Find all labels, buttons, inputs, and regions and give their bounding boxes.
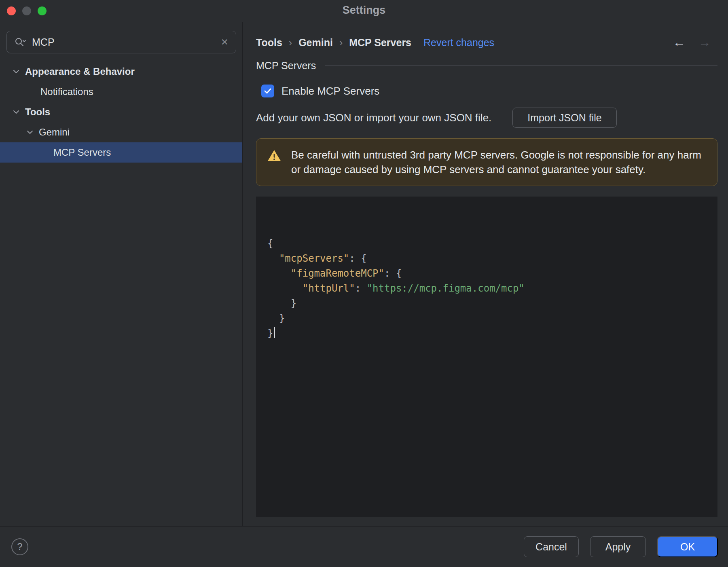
sidebar-item-label: Appearance & Behavior xyxy=(25,66,135,77)
breadcrumb-item-gemini[interactable]: Gemini xyxy=(298,37,333,49)
settings-search-field[interactable]: MCP ✕ xyxy=(6,31,236,53)
code-line: } xyxy=(267,326,709,341)
code-line: "mcpServers": { xyxy=(267,251,709,266)
import-json-file-button[interactable]: Import JSON file xyxy=(512,108,617,128)
warning-banner: Be careful with untrusted 3rd party MCP … xyxy=(256,138,717,186)
settings-sidebar: MCP ✕ Appearance & Behavior Notification… xyxy=(0,22,243,526)
section-header: MCP Servers xyxy=(256,58,717,73)
sidebar-item-notifications[interactable]: Notifications xyxy=(0,82,242,102)
code-line: "figmaRemoteMCP": { xyxy=(267,266,709,281)
text-caret xyxy=(274,327,275,338)
code-line: } xyxy=(267,311,709,326)
revert-changes-link[interactable]: Revert changes xyxy=(423,37,494,49)
help-button[interactable]: ? xyxy=(11,538,28,555)
settings-tree: Appearance & Behavior Notifications Tool… xyxy=(0,61,242,163)
sidebar-item-tools[interactable]: Tools xyxy=(0,102,242,122)
breadcrumb-separator-icon: › xyxy=(289,37,292,49)
sidebar-item-label: Gemini xyxy=(39,127,70,138)
json-editor[interactable]: { "mcpServers": { "figmaRemoteMCP": { "h… xyxy=(256,197,717,517)
question-mark-icon: ? xyxy=(17,541,22,552)
search-input[interactable]: MCP xyxy=(32,36,221,48)
sidebar-item-label: Tools xyxy=(25,106,50,118)
warning-text: Be careful with untrusted 3rd party MCP … xyxy=(291,148,707,177)
settings-content: Tools › Gemini › MCP Servers Revert chan… xyxy=(243,22,728,526)
sidebar-item-label: Notifications xyxy=(40,86,93,97)
apply-button[interactable]: Apply xyxy=(590,536,646,557)
code-line: } xyxy=(267,296,709,311)
settings-window: Settings MCP ✕ Appearance & Behavior Not… xyxy=(0,0,728,567)
sidebar-item-mcp-servers[interactable]: MCP Servers xyxy=(0,142,242,163)
chevron-down-icon[interactable] xyxy=(13,110,19,114)
section-title: MCP Servers xyxy=(256,60,316,72)
back-arrow-icon[interactable]: ← xyxy=(673,35,686,50)
code-line: "httpUrl": "https://mcp.figma.com/mcp" xyxy=(267,281,709,296)
warning-triangle-icon xyxy=(267,149,281,162)
dialog-footer: ? Cancel Apply OK xyxy=(0,526,728,567)
clear-search-icon[interactable]: ✕ xyxy=(221,38,229,47)
checkmark-icon xyxy=(264,88,272,94)
breadcrumb-item-mcp-servers[interactable]: MCP Servers xyxy=(349,37,411,49)
window-title: Settings xyxy=(0,4,728,17)
footer-buttons: Cancel Apply OK xyxy=(524,536,718,557)
breadcrumb-separator-icon: › xyxy=(339,37,343,49)
search-icon xyxy=(14,37,26,47)
forward-arrow-icon[interactable]: → xyxy=(698,35,711,50)
chevron-down-icon[interactable] xyxy=(27,130,33,134)
enable-mcp-row: Enable MCP Servers xyxy=(256,83,717,99)
code-line: { xyxy=(267,236,709,251)
sidebar-item-appearance-behavior[interactable]: Appearance & Behavior xyxy=(0,61,242,82)
add-json-row: Add your own JSON or import your own JSO… xyxy=(256,108,717,128)
enable-mcp-checkbox[interactable] xyxy=(261,85,274,97)
breadcrumb: Tools › Gemini › MCP Servers Revert chan… xyxy=(256,33,717,52)
chevron-down-icon[interactable] xyxy=(13,70,19,74)
breadcrumb-item-tools[interactable]: Tools xyxy=(256,37,282,49)
enable-mcp-label: Enable MCP Servers xyxy=(281,85,379,97)
ok-button[interactable]: OK xyxy=(657,536,718,557)
section-divider xyxy=(325,65,717,66)
add-json-text: Add your own JSON or import your own JSO… xyxy=(256,112,491,124)
cancel-button[interactable]: Cancel xyxy=(524,536,579,557)
sidebar-item-label: MCP Servers xyxy=(53,147,111,158)
json-editor-content: { "mcpServers": { "figmaRemoteMCP": { "h… xyxy=(267,236,709,341)
sidebar-item-gemini[interactable]: Gemini xyxy=(0,122,242,142)
titlebar: Settings xyxy=(0,0,728,22)
